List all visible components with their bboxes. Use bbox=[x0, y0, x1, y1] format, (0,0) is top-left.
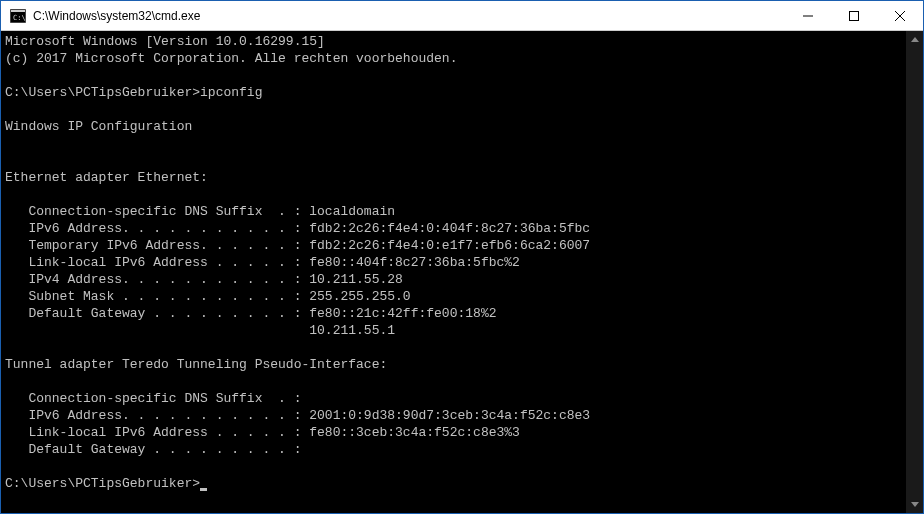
console-area: Microsoft Windows [Version 10.0.16299.15… bbox=[1, 31, 923, 513]
ethernet-temp-ipv6: Temporary IPv6 Address. . . . . . : fdb2… bbox=[5, 238, 590, 253]
svg-marker-7 bbox=[911, 37, 919, 42]
ethernet-ipv6: IPv6 Address. . . . . . . . . . . : fdb2… bbox=[5, 221, 590, 236]
cmd-icon: C:\ bbox=[9, 8, 27, 24]
ethernet-subnet: Subnet Mask . . . . . . . . . . . : 255.… bbox=[5, 289, 411, 304]
teredo-ipv6: IPv6 Address. . . . . . . . . . . : 2001… bbox=[5, 408, 590, 423]
prompt-line: C:\Users\PCTipsGebruiker>ipconfig bbox=[5, 85, 262, 100]
teredo-dns-suffix: Connection-specific DNS Suffix . : bbox=[5, 391, 301, 406]
titlebar[interactable]: C:\ C:\Windows\system32\cmd.exe bbox=[1, 1, 923, 31]
scroll-up-button[interactable] bbox=[906, 31, 923, 48]
ethernet-dns-suffix: Connection-specific DNS Suffix . : local… bbox=[5, 204, 395, 219]
ipconfig-header: Windows IP Configuration bbox=[5, 119, 192, 134]
ethernet-gateway: Default Gateway . . . . . . . . . : fe80… bbox=[5, 306, 496, 321]
teredo-link-local: Link-local IPv6 Address . . . . . : fe80… bbox=[5, 425, 520, 440]
window-title: C:\Windows\system32\cmd.exe bbox=[33, 1, 785, 31]
adapter-teredo-title: Tunnel adapter Teredo Tunneling Pseudo-I… bbox=[5, 357, 387, 372]
svg-rect-1 bbox=[11, 10, 25, 12]
svg-marker-8 bbox=[911, 502, 919, 507]
prompt-line-2: C:\Users\PCTipsGebruiker> bbox=[5, 476, 200, 491]
teredo-gateway: Default Gateway . . . . . . . . . : bbox=[5, 442, 301, 457]
scroll-track[interactable] bbox=[906, 48, 923, 496]
svg-rect-4 bbox=[850, 11, 859, 20]
line-copyright: (c) 2017 Microsoft Corporation. Alle rec… bbox=[5, 51, 457, 66]
scroll-down-button[interactable] bbox=[906, 496, 923, 513]
maximize-button[interactable] bbox=[831, 1, 877, 30]
minimize-button[interactable] bbox=[785, 1, 831, 30]
window-controls bbox=[785, 1, 923, 30]
line-version: Microsoft Windows [Version 10.0.16299.15… bbox=[5, 34, 325, 49]
close-button[interactable] bbox=[877, 1, 923, 30]
cursor bbox=[200, 488, 207, 491]
svg-text:C:\: C:\ bbox=[13, 14, 26, 22]
ethernet-link-local: Link-local IPv6 Address . . . . . : fe80… bbox=[5, 255, 520, 270]
ethernet-gateway-2: 10.211.55.1 bbox=[5, 323, 395, 338]
ethernet-ipv4: IPv4 Address. . . . . . . . . . . : 10.2… bbox=[5, 272, 403, 287]
cmd-window: C:\ C:\Windows\system32\cmd.exe Microsof… bbox=[0, 0, 924, 514]
vertical-scrollbar[interactable] bbox=[906, 31, 923, 513]
adapter-ethernet-title: Ethernet adapter Ethernet: bbox=[5, 170, 208, 185]
console-output[interactable]: Microsoft Windows [Version 10.0.16299.15… bbox=[1, 31, 906, 513]
